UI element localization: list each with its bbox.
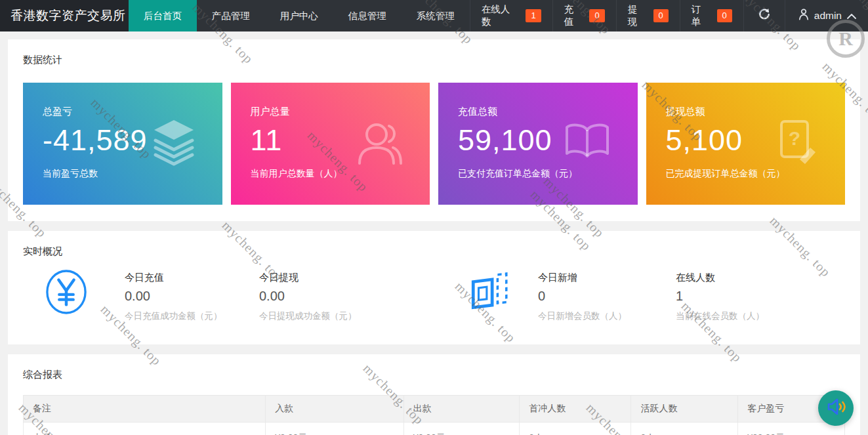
user-menu[interactable]: admin (785, 0, 868, 31)
stat-online-members: 在线人数 1 当前在线会员数（人） (676, 272, 764, 322)
stat-caption: 当前在线会员数（人） (676, 310, 764, 322)
stat-title: 今日充值 (125, 272, 222, 284)
cell-remark: 上月 (24, 423, 266, 435)
status-badge: 0 (717, 9, 732, 22)
card-total-users[interactable]: 用户总量 11 当前用户总数量（人） (231, 83, 430, 205)
refresh-icon (758, 8, 771, 24)
status-badge: 1 (526, 9, 541, 22)
stat-title: 今日提现 (259, 272, 357, 284)
status-label: 在线人数 (482, 3, 520, 28)
stat-caption: 今日提现成功金额（元） (259, 310, 357, 322)
book-icon (562, 121, 613, 166)
card-caption: 当前用户总数量（人） (251, 168, 411, 180)
stat-title: 在线人数 (676, 272, 764, 284)
card-caption: 已支付充值订单总金额（元） (458, 168, 618, 180)
status-label: 订单 (692, 3, 711, 28)
section-title-report: 综合报表 (8, 354, 860, 381)
stat-value: 0 (538, 289, 627, 304)
panel-report: 综合报表 备注 入款 出款 首冲人数 活跃人数 客户盈亏 上月 ¥0. (8, 354, 860, 435)
question-doc-icon: ? (773, 119, 820, 169)
card-title: 充值总额 (458, 106, 618, 118)
table-row[interactable]: 上月 ¥0.00元 ¥0.00元 0人 0人 ¥32.00元 (24, 423, 845, 435)
status-online-users[interactable]: 在线人数 1 (470, 0, 552, 31)
status-badge: 0 (589, 9, 604, 22)
refresh-button[interactable] (743, 0, 785, 31)
col-header-inflow: 入款 (266, 396, 403, 423)
stat-value: 0.00 (259, 289, 357, 304)
menu-item-dashboard[interactable]: 后台首页 (129, 0, 197, 31)
menu-item-users[interactable]: 用户中心 (265, 0, 333, 31)
cell-active-count: 0人 (631, 423, 738, 435)
stat-caption: 今日新增会员数（人） (538, 310, 627, 322)
card-total-deposit[interactable]: 充值总额 59,100 已支付充值订单总金额（元） (438, 83, 638, 205)
app-logo: 香港数字资产交易所 (0, 0, 129, 31)
box-frame-icon (468, 270, 511, 316)
yen-circle-icon (45, 269, 87, 318)
col-header-remark: 备注 (24, 396, 266, 423)
stat-caption: 今日充值成功金额（元） (125, 310, 222, 322)
stat-value: 0.00 (125, 289, 222, 304)
svg-text:?: ? (789, 127, 800, 149)
stat-cards-row: 总盈亏 -41,589 当前盈亏总数 用户总量 11 当前用户总数量（人） (8, 66, 860, 221)
navbar-right: 在线人数 1 充值 0 提现 0 订单 0 (470, 0, 868, 31)
col-header-outflow: 出款 (403, 396, 520, 423)
status-label: 提现 (628, 3, 647, 28)
card-total-profit[interactable]: 总盈亏 -41,589 当前盈亏总数 (23, 83, 222, 205)
stat-value: 1 (676, 289, 764, 304)
menu-item-info[interactable]: 信息管理 (333, 0, 402, 31)
user-name: admin (814, 10, 842, 22)
stat-today-new-members: 今日新增 0 今日新增会员数（人） (538, 272, 627, 322)
user-icon (798, 9, 809, 23)
card-title: 用户总量 (251, 106, 411, 118)
col-header-first-deposit-count: 首冲人数 (520, 396, 631, 423)
main-menu: 后台首页 产品管理 用户中心 信息管理 系统管理 (129, 0, 470, 31)
status-orders[interactable]: 订单 0 (680, 0, 743, 31)
status-deposits[interactable]: 充值 0 (552, 0, 616, 31)
chevron-up-icon (847, 10, 856, 22)
stat-title: 今日新增 (538, 272, 627, 284)
panel-realtime-overview: 实时概况 今日充值 0.00 今日充值成功金额（元） 今日提现 0.00 今日提… (8, 231, 860, 344)
top-navbar: 香港数字资产交易所 后台首页 产品管理 用户中心 信息管理 系统管理 在线人数 … (0, 0, 868, 31)
stat-today-deposit: 今日充值 0.00 今日充值成功金额（元） (125, 272, 222, 322)
speaker-icon (825, 396, 846, 420)
user-icon (355, 119, 405, 169)
menu-item-products[interactable]: 产品管理 (197, 0, 265, 31)
section-title-statistics: 数据统计 (8, 39, 860, 66)
col-header-active-count: 活跃人数 (631, 396, 738, 423)
card-total-withdrawal[interactable]: 提现总额 5,100 已完成提现订单总金额（元） ? (646, 83, 846, 205)
panel-data-statistics: 数据统计 总盈亏 -41,589 当前盈亏总数 用户总量 11 (8, 39, 860, 221)
status-withdrawals[interactable]: 提现 0 (616, 0, 680, 31)
card-title: 提现总额 (666, 106, 826, 118)
sound-fab-button[interactable] (818, 390, 854, 426)
cell-inflow: ¥0.00元 (266, 423, 403, 435)
cell-outflow: ¥0.00元 (403, 423, 520, 435)
page-content: 数据统计 总盈亏 -41,589 当前盈亏总数 用户总量 11 (0, 31, 868, 435)
stat-today-withdrawal: 今日提现 0.00 今日提现成功金额（元） (259, 272, 357, 322)
card-caption: 已完成提现订单总金额（元） (666, 168, 826, 180)
table-header-row: 备注 入款 出款 首冲人数 活跃人数 客户盈亏 (24, 396, 845, 423)
layers-icon (150, 117, 197, 170)
card-title: 总盈亏 (43, 106, 203, 118)
status-badge: 0 (653, 9, 669, 22)
status-label: 充值 (564, 3, 583, 28)
report-table: 备注 入款 出款 首冲人数 活跃人数 客户盈亏 上月 ¥0.00元 ¥0.00元… (23, 395, 845, 435)
menu-item-system[interactable]: 系统管理 (402, 0, 470, 31)
cell-first-deposit-count: 0人 (520, 423, 631, 435)
section-title-realtime: 实时概况 (8, 231, 860, 258)
